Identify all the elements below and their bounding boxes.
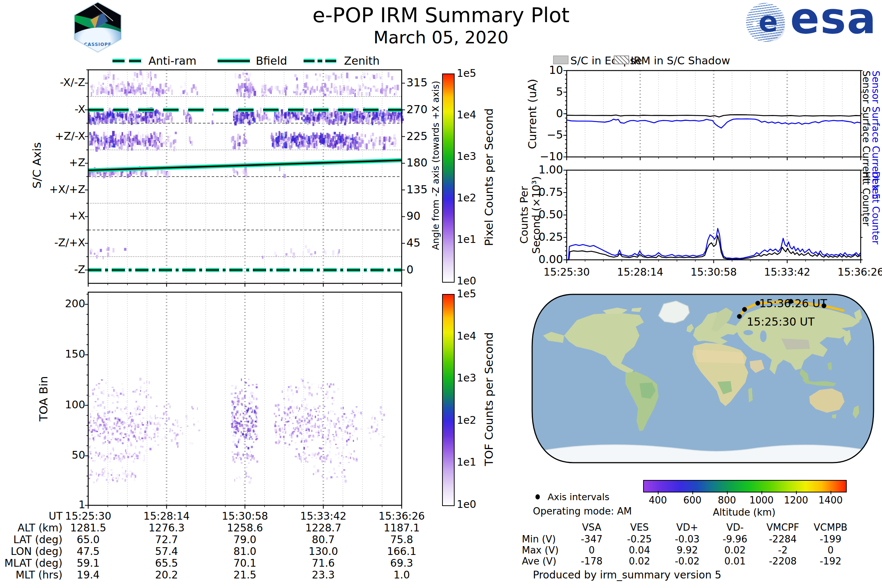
voltage-value: -178 (564, 556, 619, 567)
spectrogram-cell (231, 400, 233, 403)
spectrogram-cell (248, 425, 249, 427)
cassiope-mission-badge: CASSIOPE (72, 2, 124, 53)
spectrogram-cell (348, 78, 350, 82)
spectrogram-cell (146, 147, 148, 150)
spectrogram-cell (232, 460, 233, 462)
spectrogram-cell (104, 435, 106, 437)
spectrogram-cell (320, 94, 322, 96)
voltage-value: -0.02 (660, 556, 715, 567)
spectrogram-cell (234, 397, 236, 398)
spectrogram-cell (138, 90, 141, 94)
spectrogram-cell (148, 116, 150, 120)
spectrogram-cell (96, 423, 97, 426)
ephemeris-value: 1187.1 (365, 522, 438, 534)
spectrogram-cell (319, 425, 320, 428)
spectrogram-cell (342, 447, 344, 449)
sc-ytick-label: -X/-Z (30, 76, 85, 88)
spectrogram-cell (325, 138, 327, 144)
spectrogram-cell (192, 408, 194, 410)
spectrogram-cell (342, 419, 344, 420)
spectrogram-cell (256, 407, 259, 410)
spectrogram-cell (327, 138, 329, 143)
spectrogram-cell (292, 416, 295, 417)
spectrogram-cell (344, 113, 346, 116)
spectrogram-cell (333, 89, 335, 92)
spectrogram-cell (256, 110, 258, 112)
spectrogram-cell (311, 457, 313, 458)
spectrogram-cell (346, 86, 349, 91)
spectrogram-cell (279, 118, 281, 123)
spectrogram-cell (364, 143, 366, 148)
spectrogram-cell (246, 433, 247, 436)
spectrogram-cell (233, 401, 234, 404)
spectrogram-cell (97, 413, 99, 415)
spectrogram-cell (307, 382, 309, 384)
spectrogram-cell (141, 437, 143, 439)
spectrogram-cell (120, 83, 121, 85)
spectrogram-cell (232, 435, 234, 436)
spectrogram-cell (133, 78, 135, 81)
spectrogram-cell (90, 474, 93, 476)
spectrogram-cell (290, 406, 292, 409)
spectrogram-cell (302, 416, 303, 418)
spectrogram-cell (164, 406, 165, 408)
spectrogram-cell (291, 419, 292, 421)
spectrogram-cell (111, 474, 112, 476)
spectrogram-cell (160, 143, 163, 147)
page-date: March 05, 2020 (257, 27, 625, 47)
spectrogram-cell (98, 434, 100, 436)
spectrogram-cell (327, 119, 328, 122)
spectrogram-cell (303, 422, 305, 423)
tof-colorbar-tick: 1e2 (457, 414, 476, 426)
spectrogram-cell (143, 382, 145, 384)
voltage-value: 9.92 (660, 544, 715, 556)
spectrogram-cell (115, 134, 117, 138)
spectrogram-cell (259, 117, 261, 121)
spectrogram-cell (125, 470, 126, 472)
spectrogram-cell (102, 419, 103, 422)
spectrogram-cell (174, 432, 176, 434)
ephemeris-value: 1258.6 (208, 522, 282, 534)
spectrogram-cell (297, 84, 298, 90)
spectrogram-cell (97, 453, 99, 454)
ephemeris-value: 19.4 (51, 569, 125, 581)
ephemeris-value: 166.1 (365, 545, 438, 558)
spectrogram-cell (158, 115, 159, 118)
spectrogram-cell (314, 117, 316, 121)
spectrogram-cell (316, 138, 318, 141)
spectrogram-cell (338, 456, 340, 459)
spectrogram-cell (322, 91, 324, 96)
spectrogram-cell (286, 421, 288, 423)
spectrogram-cell (193, 425, 195, 427)
spectrogram-cell (132, 143, 133, 145)
spectrogram-cell (129, 470, 130, 472)
spectrogram-cell (136, 88, 138, 91)
spectrogram-cell (309, 414, 311, 416)
voltage-value: 0 (564, 544, 619, 556)
spectrogram-cell (304, 140, 306, 145)
spectrogram-cell (360, 428, 362, 430)
spectrogram-cell (327, 112, 329, 117)
spectrogram-cell (354, 93, 356, 97)
spectrogram-cell (352, 119, 354, 121)
spectrogram-cell (328, 75, 330, 81)
line-plot-ytick-label: 10 (515, 64, 563, 76)
spectrogram-cell (101, 379, 103, 381)
spectrogram-cell (105, 86, 107, 92)
spectrogram-cell (171, 439, 173, 442)
spectrogram-cell (297, 457, 299, 459)
spectrogram-cell (336, 423, 337, 425)
spectrogram-cell (394, 114, 395, 120)
spectrogram-cell (128, 112, 129, 117)
spectrogram-cell (103, 476, 105, 477)
spectrogram-cell (99, 474, 100, 475)
spectrogram-cell (247, 438, 248, 440)
spectrogram-cell (103, 115, 105, 118)
spectrogram-cell (95, 422, 96, 423)
spectrogram-cell (107, 113, 110, 118)
spectrogram-cell (146, 390, 147, 392)
spectrogram-cell (382, 111, 384, 117)
spectrogram-cell (303, 452, 304, 453)
sc-right-tick-label: 45 (406, 236, 440, 249)
spectrogram-cell (340, 74, 342, 78)
